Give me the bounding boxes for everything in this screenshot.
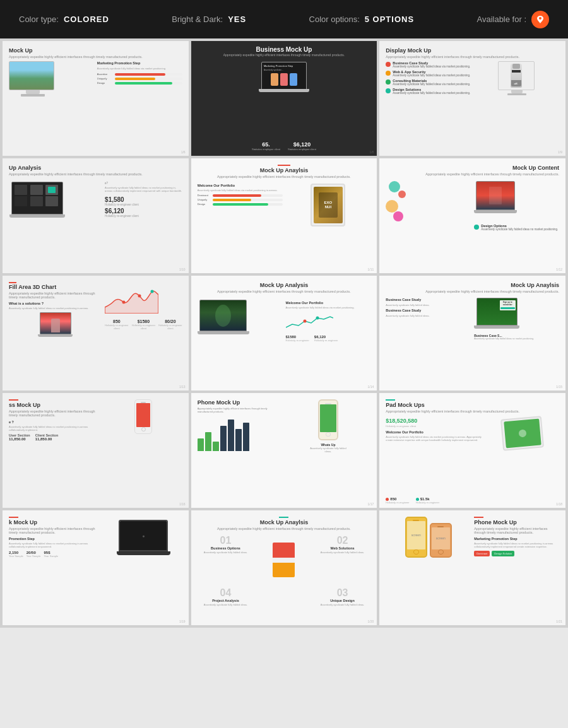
accent-line-14 <box>279 517 288 518</box>
progress-bar-5b: Uniquely <box>198 198 283 201</box>
slide-1-subtitle: Appropriately expedite highly efficient … <box>9 55 182 59</box>
slide-12-subtitle: Appropriately expedite highly efficient … <box>386 409 559 413</box>
slide-7-subtitle: Appropriately expedite highly efficient … <box>9 291 102 299</box>
accent-line-13 <box>9 517 18 518</box>
bright-dark-value: YES <box>228 15 246 24</box>
slide-card-14[interactable]: Mock Up Anaylsis Appropriately expedite … <box>191 510 377 625</box>
slide-13-title: k Mock Up <box>9 519 102 525</box>
slide-4-title: Up Analysis <box>9 165 182 171</box>
header-bar: Color type: COLORED Bright & Dark: YES C… <box>0 0 568 38</box>
bright-dark-label: Bright & Dark: <box>172 15 223 24</box>
list-item-4: Design Solutions Assertively syndicate f… <box>386 88 471 95</box>
slide-card-12[interactable]: Pad Mock Ups Appropriately expedite high… <box>379 393 565 508</box>
stat-850: 850 <box>105 319 129 324</box>
progress-1: Assertive <box>97 73 182 76</box>
slide-7-num: 1/13 <box>179 385 186 389</box>
slide-9-title: Mock Up Anaylsis <box>386 282 559 288</box>
svg-point-2 <box>138 295 141 298</box>
slide-10-num: 1/16 <box>179 502 186 506</box>
slide-9-subtitle: Appropriately expedite highly efficient … <box>386 290 559 293</box>
slide-11-num: 1/17 <box>368 502 374 506</box>
slide-6-title: Mock Up Content <box>386 165 559 171</box>
slide-5-num: 1/11 <box>368 267 374 271</box>
progress-bar-5c: Design <box>198 203 283 206</box>
slide-card-1[interactable]: Mock Up Appropriately expedite highly ef… <box>3 41 189 156</box>
slide-card-2[interactable]: Business Mock Up Appropriately expedite … <box>191 41 377 156</box>
svg-point-3 <box>151 290 154 293</box>
shape-3d <box>256 535 312 585</box>
accent-line-5 <box>278 165 290 166</box>
color-options-item: Color options: 5 OPTIONS <box>309 15 415 24</box>
accent-line-10 <box>9 399 18 401</box>
slide-12-num: 1/18 <box>556 502 562 506</box>
slide-13-num: 1/19 <box>179 619 186 623</box>
line-chart-8 <box>286 312 333 331</box>
btn-dominant[interactable]: Dominant <box>474 551 490 556</box>
stat-6120: $6,120 <box>105 208 182 214</box>
available-item: Available for : <box>476 11 549 28</box>
slide-10-title: ss Mock Up <box>9 402 102 408</box>
slide-1-num: 1/6 <box>181 150 186 154</box>
slide-15-subtitle: Appropriately expedite highly efficient … <box>474 527 559 534</box>
slide-1-section: Marketing Promotion Step <box>97 61 182 65</box>
color-type-label: Color type: <box>19 15 59 24</box>
stat-1580: $1,580 <box>105 196 182 203</box>
slide-14-subtitle: Appropriately expedite highly efficient … <box>198 527 371 531</box>
slide-card-3[interactable]: Display Mock Up Appropriately expedite h… <box>379 41 565 156</box>
slide-card-8[interactable]: Mock Up Analysis Appropriately expedite … <box>191 276 377 390</box>
svg-point-0 <box>539 17 541 20</box>
accent-line-15 <box>474 517 483 518</box>
svg-point-1 <box>122 301 126 304</box>
list-num-2: 02 Web Solutions Assertively syndicate f… <box>314 535 371 585</box>
list-num-4: 04 Project Analysis Assertively syndicat… <box>198 587 254 622</box>
slide-card-9[interactable]: Mock Up Anaylsis Appropriately expedite … <box>379 276 565 390</box>
slide-7-title: Fill Area 3D Chart <box>9 284 102 290</box>
slide-3-title: Display Mock Up <box>386 47 559 54</box>
stat-1580-label: Holisticly re-engineer client <box>105 203 182 206</box>
btn-design[interactable]: Design Solution <box>492 551 514 556</box>
slide-5-title: Mock Up Anaylsis <box>198 167 371 173</box>
slide-14-num: 1/20 <box>368 619 374 623</box>
slide-card-15[interactable]: screen screen <box>379 510 565 625</box>
color-options-value: 5 OPTIONS <box>365 15 414 24</box>
bright-dark-item: Bright & Dark: YES <box>172 15 246 24</box>
progress-bar-5a: Dominant <box>198 194 283 197</box>
slide-8-num: 1/14 <box>368 385 374 389</box>
slide-card-5[interactable]: Mock Up Anaylsis Appropriately expedite … <box>191 158 377 273</box>
list-item-1: Business Case Study Assertively syndicat… <box>386 61 471 69</box>
slide-card-7[interactable]: Fill Area 3D Chart Appropriately expedit… <box>3 276 189 390</box>
slide-card-11[interactable]: Phone Mock Up Appropriately expedite hig… <box>191 393 377 508</box>
slide-10-subtitle: Appropriately expedite highly efficient … <box>9 409 102 417</box>
available-icon[interactable] <box>531 11 549 28</box>
color-options-label: Color options: <box>309 15 360 24</box>
slide-5-subtitle: Appropriately expedite highly efficient … <box>198 175 371 179</box>
bar-chart-11 <box>198 416 283 451</box>
list-item-2: Web & App Security Assertively syndicate… <box>386 70 471 78</box>
stat-6120-label: Holisticly re-engineer client <box>105 214 182 218</box>
stat-8020: 80/20 <box>158 319 182 324</box>
accent-line-12 <box>386 399 395 401</box>
list-item-3: Consulting Materials Assertively syndica… <box>386 79 471 86</box>
stat-1580b: $1580 <box>132 319 156 324</box>
slide-8-title: Mock Up Analysis <box>198 282 371 288</box>
slide-card-6[interactable]: Mock Up Content Appropriately expedite h… <box>379 158 565 273</box>
slide-11-title: Phone Mock Up <box>198 399 283 406</box>
slide-4-subtitle: Appropriately expedite highly efficient … <box>9 172 182 176</box>
slide-14-title: Mock Up Anaylsis <box>198 519 371 525</box>
slide-12-title: Pad Mock Ups <box>386 402 559 408</box>
slide-6-subtitle: Appropriately expedite highly efficient … <box>386 172 559 176</box>
slide-11-subtitle: Appropriately expedite highly efficient … <box>198 407 283 413</box>
slide-2-num: 1/8 <box>369 150 374 154</box>
slide-13-subtitle: Appropriately expedite highly efficient … <box>9 527 102 534</box>
slide-9-num: 1/15 <box>556 385 562 389</box>
svg-point-4 <box>316 317 319 320</box>
slide-4-num: 1/10 <box>179 267 186 271</box>
slide-8-subtitle: Appropriately expedite highly efficient … <box>198 290 371 293</box>
list-num-3: 03 Unique Design Assertively syndicate f… <box>314 587 371 622</box>
slide-card-4[interactable]: Up Analysis Appropriately expedite highl… <box>3 158 189 273</box>
slide-1-title: Mock Up <box>9 47 182 54</box>
color-type-item: Color type: COLORED <box>19 15 109 24</box>
slide-card-13[interactable]: k Mock Up Appropriately expedite highly … <box>3 510 189 625</box>
slide-3-num: 1/9 <box>558 150 562 154</box>
slide-card-10[interactable]: ss Mock Up Appropriately expedite highly… <box>3 393 189 508</box>
